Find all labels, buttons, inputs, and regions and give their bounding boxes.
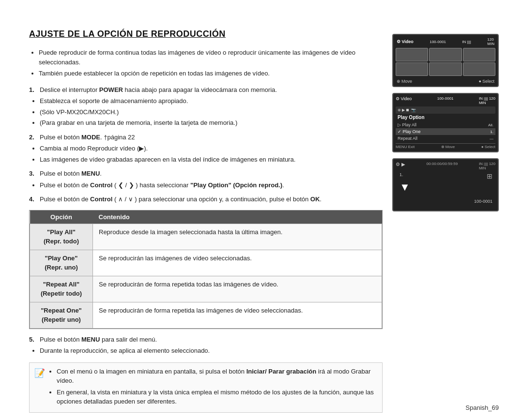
ds1-thumb-6 bbox=[463, 62, 495, 76]
step-5: 5. Pulse el botón MENU para salir del me… bbox=[29, 335, 383, 356]
device-screen-2: ⚙ Video 100-0001 IN |||| 120MIN ⊕ ▶ ⏹ 📷 … bbox=[392, 93, 499, 152]
move-icon: ⊕ bbox=[397, 79, 400, 84]
main-content: AJUSTE DE LA OPCIÓN DE REPRODUCCIÓN Pued… bbox=[29, 29, 383, 413]
note-content: Con el menú o la imagen en miniatura en … bbox=[49, 367, 377, 408]
step-4-num: 4. bbox=[29, 195, 37, 204]
ds2-move: ⊕ Move bbox=[441, 145, 455, 149]
step-1-text: Deslice el interruptor POWER hacia abajo… bbox=[40, 85, 383, 95]
col-header-option: Opción bbox=[30, 210, 93, 224]
intro-bullets: Puede reproducir de forma continua todas… bbox=[29, 48, 383, 78]
ds1-thumb-3 bbox=[463, 48, 495, 61]
ds2-item-play-all: ▷ Play All All. bbox=[396, 121, 495, 128]
option-4: "Repeat One"(Repetir uno) bbox=[30, 302, 93, 328]
ds2-item-repeat-all-label: Repeat All bbox=[398, 136, 417, 141]
ds2-item-repeat-all-val: — bbox=[490, 136, 493, 141]
step-2-sub-1: Cambia al modo Reproducir vídeo (▶). bbox=[40, 144, 383, 153]
bullet-1: Puede reproducir de forma continua todas… bbox=[39, 48, 383, 67]
step-3-sub-1: Pulse el botón de Control ( ❮ / ❯ ) hast… bbox=[40, 180, 383, 190]
ds2-item-play-all-val: All. bbox=[488, 123, 493, 127]
col-header-content: Contenido bbox=[93, 210, 382, 224]
bullet-2: También puede establecer la opción de re… bbox=[39, 69, 383, 78]
ds2-footer: MENU Exit ⊕ Move ● Select bbox=[396, 143, 495, 149]
step-1: 1. Deslice el interruptor POWER hacia ab… bbox=[29, 85, 383, 128]
device-screen-1: ⚙ Video 100-0001 IN |||| 120MIN ⊕ Move bbox=[392, 34, 499, 87]
ds3-icon-tr: ⊞ bbox=[487, 172, 492, 180]
ds1-thumb-4 bbox=[396, 62, 428, 76]
ds2-icons: IN |||| 120MIN bbox=[479, 96, 495, 105]
note-icon: 📝 bbox=[34, 368, 45, 378]
step-1-sub-1: Establezca el soporte de almacenamiento … bbox=[40, 96, 383, 106]
step-1-sub-2: (Sólo VP-MX20C/MX20CH.) bbox=[40, 107, 383, 117]
ds3-timecode: 00:00:00/00:59:59 bbox=[427, 162, 458, 170]
ds3-file-num: 100-0001 bbox=[474, 199, 492, 204]
step-2: 2. Pulse el botón MODE. †página 22 Cambi… bbox=[29, 133, 383, 165]
ds2-item-play-one-val: 1. bbox=[490, 130, 493, 134]
step-1-sub-3: (Para grabar en una tarjeta de memoria, … bbox=[40, 118, 383, 128]
ds3-icons-right: IN |||| 120MIN bbox=[479, 162, 495, 170]
step-2-subs: Cambia al modo Reproducir vídeo (▶). Las… bbox=[40, 144, 383, 164]
step-2-sub-2: Las imágenes de vídeo grabadas aparecen … bbox=[40, 155, 383, 165]
ds1-title: ⚙ Video bbox=[397, 39, 414, 44]
table-row: "Play One"(Repr. uno) Se reproducirán la… bbox=[30, 250, 382, 276]
step-2-text: Pulse el botón MODE. †página 22 bbox=[40, 133, 383, 142]
device-screen-3: ⚙ ▶ 00:00:00/00:59:59 IN |||| 120MIN 1. … bbox=[392, 158, 499, 211]
options-table-container: Opción Contenido "Play All"(Repr. todo) … bbox=[29, 210, 383, 329]
table-row: "Play All"(Repr. todo) Reproduce desde l… bbox=[30, 224, 382, 250]
step-4-text: Pulse el botón de Control ( ∧ / ∨ ) para… bbox=[40, 195, 383, 204]
step-5-text: Pulse el botón MENU para salir del menú. bbox=[40, 335, 383, 345]
step-5-sub-1: Durante la reproducción, se aplica al el… bbox=[40, 346, 383, 356]
option-2: "Play One"(Repr. uno) bbox=[30, 250, 93, 276]
option-1: "Play All"(Repr. todo) bbox=[30, 224, 93, 250]
ds1-select: ● Select bbox=[479, 79, 494, 84]
step-1-num: 1. bbox=[29, 85, 37, 95]
page-title: AJUSTE DE LA OPCIÓN DE REPRODUCCIÓN bbox=[29, 29, 383, 39]
step-2-num: 2. bbox=[29, 133, 37, 142]
step-5-num: 5. bbox=[29, 335, 37, 345]
ds2-menu-title: Play Option bbox=[396, 115, 495, 120]
ds3-header: ⚙ ▶ 00:00:00/00:59:59 IN |||| 120MIN bbox=[396, 162, 495, 170]
ds3-arrow: ▼ bbox=[400, 181, 410, 194]
step-3-num: 3. bbox=[29, 169, 37, 179]
step-4: 4. Pulse el botón de Control ( ∧ / ∨ ) p… bbox=[29, 195, 383, 204]
ds1-move: ⊕ Move bbox=[397, 79, 412, 84]
page-container: AJUSTE DE LA OPCIÓN DE REPRODUCCIÓN Pued… bbox=[0, 0, 523, 420]
ds2-exit: MENU Exit bbox=[396, 145, 415, 149]
ds1-thumbnails bbox=[396, 48, 495, 76]
ds2-item-play-one-label: ✓ Play One bbox=[398, 129, 421, 134]
page-number: Spanish_69 bbox=[465, 404, 499, 411]
ds1-thumb-5 bbox=[429, 62, 461, 76]
ds1-code: 100-0001 bbox=[430, 40, 446, 44]
ds2-item-play-all-label: ▷ Play All bbox=[398, 122, 416, 127]
note-box: 📝 Con el menú o la imagen en miniatura e… bbox=[29, 362, 383, 413]
ds2-controls-top: ⊕ ▶ ⏹ 📷 bbox=[398, 108, 416, 112]
options-table: Opción Contenido "Play All"(Repr. todo) … bbox=[30, 210, 382, 329]
ds3-body: 1. ▼ ⊞ 100-0001 bbox=[396, 172, 495, 204]
ds2-item-play-one: ✓ Play One 1. bbox=[396, 128, 495, 135]
content-2: Se reproducirán las imágenes de vídeo se… bbox=[93, 250, 382, 276]
table-row: "Repeat One"(Repetir uno) Se reproducirá… bbox=[30, 302, 382, 328]
ds1-thumb-1 bbox=[396, 48, 428, 61]
ds1-time: 120MIN bbox=[487, 37, 494, 46]
step-1-subs: Establezca el soporte de almacenamiento … bbox=[40, 96, 383, 128]
content-1: Reproduce desde la imagen seleccionada h… bbox=[93, 224, 382, 250]
ds3-play-icon: ⚙ ▶ bbox=[396, 162, 405, 170]
ds2-header: ⚙ Video 100-0001 IN |||| 120MIN bbox=[396, 96, 495, 105]
sidebar: ⚙ Video 100-0001 IN |||| 120MIN ⊕ Move bbox=[392, 29, 499, 413]
step-5-subs: Durante la reproducción, se aplica al el… bbox=[40, 346, 383, 356]
content-3: Se reproducirán de forma repetida todas … bbox=[93, 276, 382, 302]
option-3: "Repeat All"(Repetir todo) bbox=[30, 276, 93, 302]
ds1-icons: IN |||| bbox=[462, 40, 471, 44]
ds2-select: ● Select bbox=[481, 145, 495, 149]
select-icon: ● bbox=[479, 79, 481, 84]
step-3-subs: Pulse el botón de Control ( ❮ / ❯ ) hast… bbox=[40, 180, 383, 190]
ds2-code: 100-0001 bbox=[437, 96, 454, 105]
ds2-title: ⚙ Video bbox=[396, 96, 412, 105]
ds3-counter: 1. bbox=[400, 172, 403, 177]
table-row: "Repeat All"(Repetir todo) Se reproducir… bbox=[30, 276, 382, 302]
note-1: Con el menú o la imagen en miniatura en … bbox=[57, 367, 377, 386]
ds2-item-repeat-all: Repeat All — bbox=[396, 135, 495, 142]
content-4: Se reproducirán de forma repetida las im… bbox=[93, 302, 382, 328]
ds1-thumb-2 bbox=[429, 48, 461, 61]
step-3-text: Pulse el botón MENU. bbox=[40, 169, 383, 179]
note-2: En general, la vista en miniatura y la v… bbox=[57, 388, 377, 406]
